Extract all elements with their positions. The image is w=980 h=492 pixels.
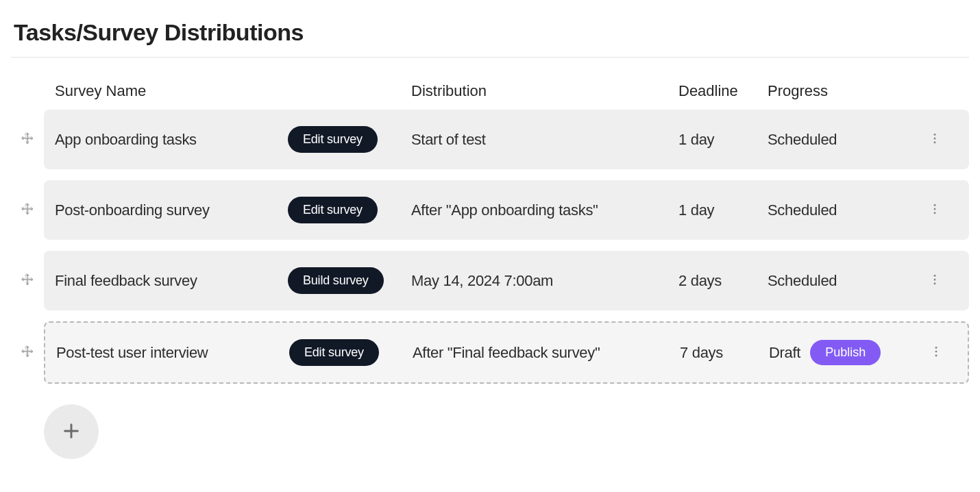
deadline-cell: 1 day [667,201,757,219]
distribution-cell: Start of test [400,131,667,149]
move-icon [21,202,34,219]
move-icon [21,273,34,289]
drag-handle[interactable] [11,273,44,289]
svg-point-19 [935,354,938,356]
more-vertical-icon [928,132,942,147]
add-survey-button[interactable] [44,404,99,459]
edit-survey-button[interactable]: Build survey [288,267,384,294]
publish-button[interactable]: Publish [810,340,881,365]
distribution-cell: May 14, 2024 7:00am [400,272,667,290]
svg-point-13 [934,279,936,281]
drag-handle[interactable] [11,202,44,219]
progress-cell: Scheduled [757,272,921,290]
deadline-cell: 2 days [667,272,757,290]
plus-icon [62,421,81,443]
svg-point-17 [935,347,938,349]
more-vertical-icon [929,345,943,360]
deadline-cell: 1 day [667,131,757,149]
table-row: Final feedback survey Build survey May 1… [11,251,969,310]
row-more-button[interactable] [924,127,946,151]
table-header: Survey Name Distribution Deadline Progre… [11,82,969,110]
survey-table: Survey Name Distribution Deadline Progre… [11,82,969,459]
svg-point-3 [934,138,936,140]
svg-point-2 [934,134,936,136]
progress-cell: Scheduled [757,201,921,219]
edit-survey-button[interactable]: Edit survey [288,126,378,153]
drag-handle[interactable] [11,132,44,148]
row-more-button[interactable] [924,269,946,293]
edit-survey-button[interactable]: Edit survey [288,197,378,223]
col-progress: Progress [757,82,921,100]
survey-name-cell: Final feedback survey [44,272,277,290]
drag-handle[interactable] [11,345,44,361]
table-row: Post-test user interview Edit survey Aft… [11,321,969,384]
svg-point-8 [934,208,936,210]
more-vertical-icon [928,202,942,218]
col-deadline: Deadline [667,82,757,100]
page-title: Tasks/Survey Distributions [11,11,969,58]
svg-point-7 [934,204,936,206]
deadline-cell: 7 days [669,344,758,362]
svg-point-9 [934,212,936,214]
edit-survey-button[interactable]: Edit survey [289,339,379,366]
survey-name-cell: Post-onboarding survey [44,201,277,219]
col-survey-name: Survey Name [44,82,277,100]
svg-point-4 [934,141,936,143]
svg-point-18 [935,351,938,353]
svg-point-12 [934,275,936,277]
row-more-button[interactable] [924,198,946,222]
distribution-cell: After "Final feedback survey" [402,344,669,362]
move-icon [21,132,34,148]
progress-cell: Scheduled [757,131,921,149]
survey-name-cell: App onboarding tasks [44,131,277,149]
col-distribution: Distribution [400,82,667,100]
row-more-button[interactable] [925,341,947,365]
progress-cell: Draft Publish [758,340,922,365]
distribution-cell: After "App onboarding tasks" [400,201,667,219]
table-row: App onboarding tasks Edit survey Start o… [11,110,969,169]
svg-point-14 [934,282,936,284]
table-row: Post-onboarding survey Edit survey After… [11,180,969,240]
move-icon [21,345,34,361]
more-vertical-icon [928,273,942,288]
survey-name-cell: Post-test user interview [45,344,278,362]
